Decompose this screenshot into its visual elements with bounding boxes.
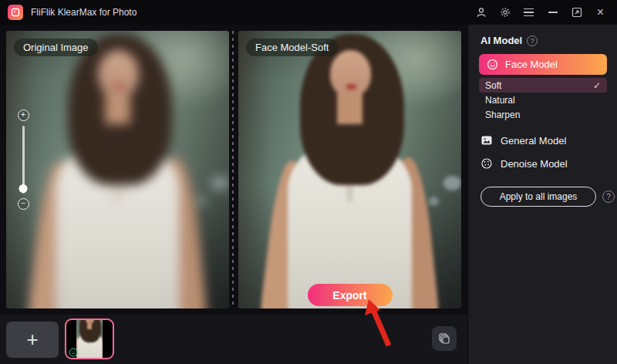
batch-copy-button[interactable] [432, 326, 457, 351]
window-title: FliFlik KlearMax for Photo [31, 7, 137, 18]
zoom-slider-thumb[interactable] [19, 184, 28, 193]
option-soft[interactable]: Soft ✓ [479, 78, 607, 93]
portrait-photo [6, 31, 229, 308]
thumbnail-photo [76, 320, 103, 358]
portrait-photo [238, 31, 461, 308]
apply-to-all-button[interactable]: Apply to all images [480, 187, 596, 207]
face-model-label: Face Model [505, 59, 558, 70]
picture-icon [480, 134, 493, 147]
title-bar: FliFlik KlearMax for Photo × [0, 0, 617, 25]
original-photo [6, 31, 229, 308]
ai-model-title: AI Model [480, 35, 522, 46]
menu-icon[interactable] [517, 0, 541, 25]
add-image-button[interactable]: + [6, 322, 59, 358]
maximize-icon[interactable] [565, 0, 588, 25]
zoom-out-button[interactable]: − [18, 198, 29, 210]
result-image-panel: Face Model-Soft Export [238, 31, 461, 308]
zoom-in-button[interactable]: + [18, 110, 29, 121]
apply-row: Apply to all images ? [480, 187, 615, 207]
denoise-model-item[interactable]: Denoise Model [480, 157, 568, 170]
ai-model-help-icon[interactable]: ? [527, 35, 538, 46]
result-image-label: Face Model-Soft [246, 39, 338, 56]
original-image-label: Original Image [14, 39, 98, 56]
panel-divider [232, 31, 234, 308]
compare-area: Original Image + − Face Model-Soft Expor… [0, 25, 467, 315]
general-model-item[interactable]: General Model [480, 134, 566, 147]
smiley-face-icon [487, 59, 498, 70]
denoise-model-label: Denoise Model [501, 158, 568, 170]
annotation-arrow [356, 298, 400, 349]
option-natural[interactable]: Natural [479, 93, 607, 107]
noise-dots-icon [480, 157, 493, 170]
ai-model-header: AI Model ? [480, 35, 538, 46]
image-thumbnail[interactable] [65, 318, 114, 359]
zoom-slider-track[interactable] [22, 126, 25, 194]
app-logo-icon [8, 5, 23, 20]
sidebar: AI Model ? Face Model Soft ✓ Natural Sha… [467, 25, 617, 364]
result-photo [238, 31, 461, 308]
minimize-icon[interactable] [541, 0, 565, 25]
checkmark-icon: ✓ [593, 80, 601, 91]
face-model-options: Soft ✓ Natural Sharpen [479, 78, 607, 122]
face-model-button[interactable]: Face Model [479, 54, 607, 75]
settings-gear-icon[interactable] [493, 0, 517, 25]
close-icon[interactable]: × [588, 0, 612, 25]
account-icon[interactable] [469, 0, 493, 25]
portrait-photo [76, 320, 103, 358]
general-model-label: General Model [501, 135, 566, 147]
titlebar-controls: × [469, 0, 612, 25]
zoom-slider: + − [17, 110, 29, 210]
processed-status-icon [69, 346, 78, 356]
apply-help-icon[interactable]: ? [602, 190, 615, 203]
original-image-panel: Original Image + − [6, 31, 229, 308]
option-sharpen[interactable]: Sharpen [479, 107, 607, 122]
